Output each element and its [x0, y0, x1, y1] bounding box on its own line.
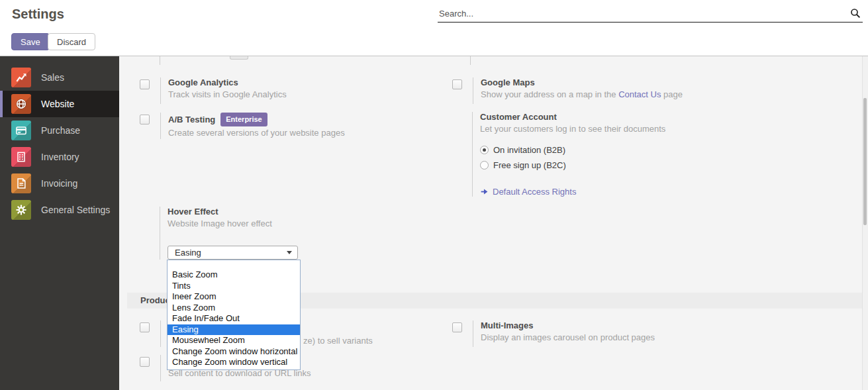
line-chart-icon	[11, 68, 31, 87]
search-bar	[438, 5, 863, 23]
partial-description-fragment: ze) to sell variants	[303, 336, 373, 346]
radio-button-free-signup[interactable]	[480, 161, 489, 170]
dropdown-option[interactable]: Mousewheel Zoom	[168, 335, 300, 346]
setting-title: Google Analytics	[168, 77, 287, 88]
dropdown-option[interactable]: Change Zoom window horizontal	[168, 346, 300, 358]
default-access-rights-link[interactable]: Default Access Rights	[493, 187, 576, 197]
dropdown-option[interactable]: Ineer Zoom	[168, 291, 300, 303]
dropdown-option-highlighted[interactable]: Easing	[168, 324, 300, 336]
sidebar-item-inventory[interactable]: Inventory	[0, 144, 119, 170]
header: Settings Save Discard	[0, 0, 868, 56]
setting-title: Hover Effect	[168, 207, 298, 217]
sidebar-item-label: Website	[41, 99, 74, 109]
multi-images-checkbox[interactable]	[452, 322, 462, 332]
sidebar-item-label: Inventory	[41, 152, 79, 162]
setting-title: Customer Account	[480, 112, 665, 122]
setting-multi-images: Multi-Images Display an images carousel …	[442, 320, 655, 347]
setting-body: Multi-Images Display an images carousel …	[473, 320, 655, 347]
setting-title-text: A/B Testing	[168, 115, 215, 124]
google-analytics-checkbox[interactable]	[140, 79, 150, 89]
setting-body: Google Maps Show your address on a map i…	[473, 77, 683, 104]
gear-icon	[11, 200, 31, 220]
radio-button-on-invitation[interactable]	[480, 146, 489, 154]
sidebar-item-purchase[interactable]: Purchase	[0, 117, 119, 144]
invoice-document-icon	[11, 173, 31, 193]
enterprise-badge: Enterprise	[220, 113, 267, 126]
dropdown-option[interactable]: Change Zoom window vertical	[168, 357, 300, 368]
cutoff-divider-stub	[470, 56, 471, 65]
hover-effect-select[interactable]: Easing	[168, 246, 298, 260]
sidebar-item-invoicing[interactable]: Invoicing	[0, 170, 119, 197]
description-prefix: Show your address on a map in the	[481, 89, 618, 99]
setting-description: Display an images carousel on product pa…	[481, 332, 655, 343]
sidebar-item-label: General Settings	[41, 205, 110, 215]
product-setting-checkbox[interactable]	[140, 322, 150, 332]
sidebar-item-label: Invoicing	[41, 178, 77, 189]
default-access-rights-row: Default Access Rights	[480, 187, 665, 197]
selected-value: Easing	[175, 248, 201, 258]
setting-google-analytics: Google Analytics Track visits in Google …	[129, 77, 287, 104]
sidebar: Sales Website Purchase	[0, 56, 119, 390]
warehouse-icon	[11, 147, 31, 167]
setting-description: Track visits in Google Analytics	[168, 89, 287, 100]
setting-google-maps: Google Maps Show your address on a map i…	[442, 77, 683, 104]
chevron-down-icon	[287, 251, 292, 254]
sidebar-item-general-settings[interactable]: General Settings	[0, 197, 119, 223]
radio-option-b2b[interactable]: On invitation (B2B)	[480, 142, 665, 158]
discard-button[interactable]: Discard	[48, 33, 95, 50]
save-button[interactable]: Save	[11, 33, 50, 50]
sidebar-item-sales[interactable]: Sales	[0, 64, 119, 91]
credit-card-icon	[11, 121, 31, 140]
radio-label: On invitation (B2B)	[493, 145, 565, 155]
radio-option-b2c[interactable]: Free sign up (B2C)	[480, 158, 665, 173]
vertical-scrollbar-thumb[interactable]	[863, 98, 867, 225]
setting-customer-account: Customer Account Let your customers log …	[472, 112, 665, 197]
setting-body: Google Analytics Track visits in Google …	[160, 77, 287, 104]
product-setting-checkbox[interactable]	[140, 357, 150, 367]
contact-us-link[interactable]: Contact Us	[618, 89, 661, 99]
search-icon[interactable]	[849, 7, 861, 19]
sidebar-item-website[interactable]: Website	[0, 91, 119, 117]
ab-testing-checkbox[interactable]	[140, 115, 150, 124]
cutoff-divider-stub	[160, 56, 160, 65]
setting-description: Create several versions of your website …	[168, 128, 345, 138]
page-title: Settings	[12, 7, 64, 22]
dropdown-option[interactable]: Tints	[168, 281, 300, 292]
setting-title: Google Maps	[481, 77, 683, 88]
globe-icon	[11, 94, 31, 114]
dropdown-option[interactable]: Basic Zoom	[168, 269, 300, 281]
setting-description: Let your customers log in to see their d…	[480, 124, 665, 134]
sidebar-item-label: Purchase	[41, 125, 80, 136]
setting-ab-testing: A/B TestingEnterprise Create several ver…	[129, 113, 345, 139]
setting-title: Multi-Images	[481, 320, 655, 331]
search-input[interactable]	[439, 7, 836, 20]
customer-account-radio-group: On invitation (B2B) Free sign up (B2C)	[480, 142, 665, 173]
radio-label: Free sign up (B2C)	[493, 160, 566, 170]
google-maps-checkbox[interactable]	[452, 79, 462, 89]
setting-description: Website Image hover effect	[168, 219, 298, 229]
setting-description: Show your address on a map in the Contac…	[481, 89, 683, 100]
setting-title: A/B TestingEnterprise	[168, 113, 345, 126]
right-arrow-icon	[480, 187, 489, 196]
description-suffix: page	[661, 89, 683, 99]
hover-effect-dropdown-list: Basic Zoom Tints Ineer Zoom Lens Zoom Fa…	[167, 260, 301, 370]
dropdown-option[interactable]: Fade In/Fade Out	[168, 313, 300, 324]
cutoff-select-stub	[230, 56, 248, 60]
odoo-settings-window: Settings Save Discard Sales	[0, 0, 868, 390]
sidebar-item-label: Sales	[41, 72, 64, 83]
setting-hover-effect: Hover Effect Website Image hover effect …	[160, 207, 298, 260]
setting-body: A/B TestingEnterprise Create several ver…	[160, 113, 345, 139]
dropdown-option[interactable]: Lens Zoom	[168, 303, 300, 314]
vertical-scrollbar-track[interactable]	[862, 56, 868, 390]
